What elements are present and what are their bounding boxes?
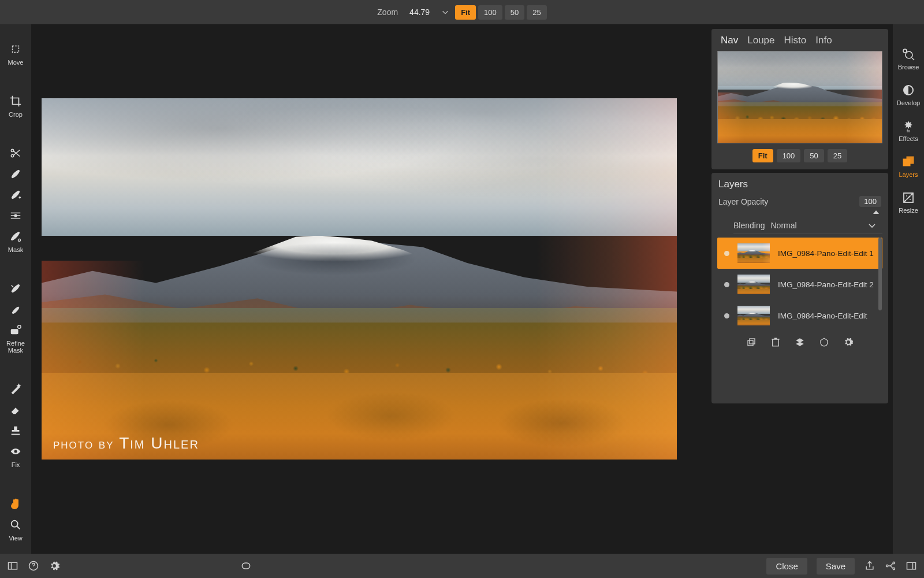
brush-icon bbox=[8, 166, 23, 181]
mode-browse[interactable]: Browse bbox=[898, 47, 919, 71]
zoom-50-button[interactable]: 50 bbox=[505, 5, 524, 20]
opacity-value[interactable]: 100 bbox=[859, 196, 881, 207]
mode-browse-label: Browse bbox=[898, 64, 919, 71]
stamp-tool[interactable] bbox=[8, 423, 23, 438]
save-button[interactable]: Save bbox=[817, 558, 855, 575]
close-button[interactable]: Close bbox=[766, 558, 807, 575]
svg-rect-0 bbox=[13, 46, 19, 53]
opacity-label: Layer Opacity bbox=[718, 197, 768, 206]
adjust-brush-1-tool[interactable] bbox=[8, 166, 23, 181]
mode-effects[interactable]: fx Effects bbox=[899, 119, 918, 142]
canvas-area: photo by Tim Uhler Nav Loupe Histo Info … bbox=[31, 24, 893, 554]
share-icon[interactable] bbox=[864, 560, 875, 572]
view-tool[interactable]: View bbox=[8, 517, 23, 542]
mask-layer-icon[interactable] bbox=[819, 337, 829, 347]
svg-point-6 bbox=[14, 214, 17, 217]
tab-info[interactable]: Info bbox=[815, 35, 832, 46]
nav-zoom-25[interactable]: 25 bbox=[828, 149, 847, 162]
chevron-down-icon[interactable] bbox=[441, 8, 449, 16]
svg-rect-19 bbox=[773, 339, 779, 346]
nav-zoom-fit[interactable]: Fit bbox=[752, 149, 773, 162]
layers-panel: Layers Layer Opacity 100 Blending Normal… bbox=[711, 173, 888, 403]
brush-3-tool[interactable] bbox=[8, 302, 23, 317]
photo[interactable]: photo by Tim Uhler bbox=[42, 98, 677, 460]
layer-visibility-icon[interactable] bbox=[724, 282, 729, 287]
crop-tool[interactable]: Crop bbox=[8, 94, 23, 118]
move-tool[interactable]: Move bbox=[8, 42, 24, 66]
crop-label: Crop bbox=[9, 111, 23, 118]
navigator-zoom-buttons: Fit 100 50 25 bbox=[717, 149, 882, 162]
tab-loupe[interactable]: Loupe bbox=[747, 35, 774, 46]
credit-prefix: photo by bbox=[53, 436, 119, 451]
navigator-thumbnail[interactable] bbox=[717, 51, 882, 143]
delete-layer-icon[interactable] bbox=[770, 337, 781, 347]
fix-tool[interactable]: Fix bbox=[8, 444, 23, 468]
zoom-fit-button[interactable]: Fit bbox=[455, 5, 476, 20]
right-mode-sidebar: Browse Develop fx Effects Layers Resize bbox=[893, 24, 924, 554]
search-icon bbox=[8, 517, 23, 532]
bottom-bar: Close Save bbox=[0, 554, 924, 578]
opacity-row: Layer Opacity 100 bbox=[717, 195, 882, 208]
view-label: View bbox=[9, 535, 23, 542]
gradient-icon bbox=[8, 208, 23, 223]
svg-point-26 bbox=[893, 568, 895, 569]
mode-resize[interactable]: Resize bbox=[899, 191, 918, 214]
refine-label: Refine Mask bbox=[6, 340, 25, 354]
svg-point-11 bbox=[906, 51, 912, 58]
settings-icon[interactable] bbox=[49, 560, 60, 572]
layer-visibility-icon[interactable] bbox=[724, 313, 729, 318]
zoom-value[interactable]: 44.79 bbox=[404, 6, 435, 18]
zoom-100-button[interactable]: 100 bbox=[478, 5, 502, 20]
refine-mask-tool[interactable]: Refine Mask bbox=[6, 323, 25, 354]
gradient-tool[interactable] bbox=[8, 208, 23, 223]
zoom-presets: Fit 100 50 25 bbox=[455, 5, 547, 20]
mode-develop[interactable]: Develop bbox=[897, 83, 920, 106]
scissors-tool[interactable] bbox=[8, 146, 23, 161]
layer-item[interactable]: IMG_0984-Pano-Edit-Edit bbox=[717, 300, 882, 331]
layer-item[interactable]: IMG_0984-Pano-Edit-Edit 2 bbox=[717, 269, 882, 300]
heal-brush-tool[interactable] bbox=[8, 281, 23, 296]
brush-plus-icon bbox=[8, 187, 23, 202]
right-panel: Nav Loupe Histo Info Fit 100 50 25 L bbox=[711, 29, 888, 403]
panel-toggle-icon[interactable] bbox=[7, 560, 18, 572]
canvas-viewport[interactable]: photo by Tim Uhler bbox=[31, 24, 684, 554]
left-tool-sidebar: Move Crop Mask Refine Mask Fi bbox=[0, 24, 31, 554]
svg-point-9 bbox=[18, 325, 21, 329]
tab-nav[interactable]: Nav bbox=[721, 35, 738, 46]
heal-icon bbox=[8, 281, 23, 296]
blending-label: Blending bbox=[733, 221, 765, 230]
zoom-25-button[interactable]: 25 bbox=[527, 5, 546, 20]
collapse-toggle[interactable] bbox=[717, 208, 882, 215]
panel-right-icon[interactable] bbox=[906, 560, 917, 572]
fix-label: Fix bbox=[12, 461, 20, 468]
scissors-icon bbox=[8, 146, 23, 161]
merge-layers-icon[interactable] bbox=[795, 337, 805, 347]
tab-histo[interactable]: Histo bbox=[784, 35, 807, 46]
blending-row[interactable]: Blending Normal bbox=[733, 217, 882, 234]
mask-tool[interactable]: Mask bbox=[8, 229, 23, 253]
svg-point-7 bbox=[18, 239, 20, 242]
layer-item[interactable]: IMG_0984-Pano-Edit-Edit 1 bbox=[717, 238, 882, 269]
nav-zoom-50[interactable]: 50 bbox=[804, 149, 824, 162]
blending-value: Normal bbox=[771, 221, 797, 230]
eraser-tool[interactable] bbox=[8, 402, 23, 417]
layer-scrollbar[interactable] bbox=[878, 238, 882, 331]
top-zoom-bar: Zoom 44.79 Fit 100 50 25 bbox=[0, 0, 924, 24]
wand-icon bbox=[8, 381, 23, 397]
duplicate-layer-icon[interactable] bbox=[746, 337, 757, 347]
softproof-icon[interactable] bbox=[240, 560, 252, 572]
help-icon[interactable] bbox=[28, 560, 39, 572]
nav-zoom-100[interactable]: 100 bbox=[777, 149, 801, 162]
svg-rect-15 bbox=[907, 157, 914, 164]
branch-icon[interactable] bbox=[885, 560, 896, 572]
hand-tool[interactable] bbox=[8, 497, 23, 512]
mode-layers[interactable]: Layers bbox=[899, 155, 918, 178]
adjust-brush-2-tool[interactable] bbox=[8, 187, 23, 202]
stamp-icon bbox=[8, 423, 23, 438]
wand-tool[interactable] bbox=[8, 381, 23, 397]
eye-icon bbox=[8, 444, 23, 459]
layer-visibility-icon[interactable] bbox=[724, 251, 729, 256]
mask-brush-icon bbox=[8, 229, 23, 244]
svg-point-12 bbox=[903, 49, 907, 53]
gear-icon[interactable] bbox=[843, 337, 854, 347]
